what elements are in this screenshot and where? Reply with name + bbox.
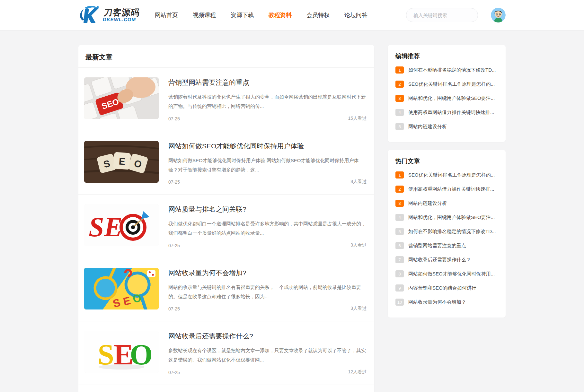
sidebar-article-link[interactable]: 7 网站收录后还需要操作什么？ bbox=[395, 253, 498, 267]
article-thumbnail-seo-letters-icon[interactable]: S E O bbox=[84, 331, 159, 373]
main-nav: 网站首页 视频课程 资源下载 教程资料 会员特权 论坛问答 bbox=[155, 11, 367, 19]
sidebar-article-title: 网站如何做SEO才能够优化同时保持用... bbox=[408, 271, 495, 277]
article-title[interactable]: 营销型网站需要注意的重点 bbox=[168, 78, 367, 87]
user-avatar[interactable] bbox=[491, 8, 506, 22]
rank-badge: 8 bbox=[395, 270, 404, 277]
article-views: 3人看过 bbox=[350, 242, 367, 248]
rank-badge: 10 bbox=[395, 299, 404, 306]
logo-text-cn: 刀客源码 bbox=[103, 8, 140, 17]
article-summary: 网站如何做SEO才能够优化同时保持用户体验 网站如何做SEO才能够优化同时保持用… bbox=[168, 156, 367, 175]
nav-item-tutorials[interactable]: 教程资料 bbox=[269, 11, 292, 19]
sidebar-article-link[interactable]: 5 如何在不影响排名稳定的情况下修改TD... bbox=[395, 224, 498, 239]
logo-text: 刀客源码 DKEWL.COM bbox=[102, 8, 140, 22]
sidebar-article-link[interactable]: 4 网站和优化，围绕用户体验做SEO要注... bbox=[395, 210, 498, 224]
rank-badge: 3 bbox=[395, 200, 404, 207]
nav-item-forum[interactable]: 论坛问答 bbox=[344, 11, 367, 19]
sidebar-article-link[interactable]: 3 网站内链建设分析 bbox=[395, 196, 498, 210]
rank-badge: 3 bbox=[395, 95, 404, 102]
rank-badge: 1 bbox=[395, 66, 404, 74]
sidebar-article-title: 网站和优化，围绕用户体验做SEO要注... bbox=[408, 214, 495, 221]
hot-articles-title: 热门文章 bbox=[395, 157, 498, 165]
article-title[interactable]: 网站如何做SEO才能够优化同时保持用户体验 bbox=[168, 142, 367, 151]
article-thumbnail-magnifier-seo-icon[interactable]: S E O bbox=[84, 268, 159, 309]
article-row[interactable]: S E O 网站收录后还需要操作什么? 多数站长现在有个误区，就是把站内文章一添… bbox=[78, 321, 374, 385]
article-summary: 营销随着时代及科技的变化也产生了很大的变革，而如今网络营销的出现就是互联网时代下… bbox=[168, 92, 367, 111]
article-row[interactable]: SE 网站质量与排名之间关联? 我们做优化都明白一个道理网站排名是受许多地方影响… bbox=[78, 195, 374, 258]
article-thumbnail-wood-dice-icon[interactable]: S E O bbox=[84, 141, 159, 183]
sidebar-article-link[interactable]: 6 营销型网站需要注意的重点 bbox=[395, 239, 498, 253]
article-summary: 多数站长现在有个误区，就是把站内文章一添加，只要文章收录了就认为可以了不管了，其… bbox=[168, 346, 367, 365]
article-summary: 网站的收录量与关键词的排名有着很重要的关系，一个成功的网站，前期的收录是比较重要… bbox=[168, 283, 367, 301]
article-thumbnail-keyboard-seo-icon[interactable]: SEO bbox=[84, 77, 159, 119]
sidebar-article-link[interactable]: 8 网站如何做SEO才能够优化同时保持用... bbox=[395, 267, 498, 281]
sidebar-article-link[interactable]: 1 如何在不影响排名稳定的情况下修改TD... bbox=[395, 63, 498, 77]
sidebar-article-title: 营销型网站需要注意的重点 bbox=[408, 243, 466, 249]
article-date: 07-25 bbox=[168, 243, 180, 248]
latest-articles-header: 最新文章 bbox=[78, 45, 374, 68]
nav-item-download[interactable]: 资源下载 bbox=[231, 11, 254, 19]
article-date: 07-25 bbox=[168, 116, 180, 121]
sidebar-article-title: 网站内链建设分析 bbox=[408, 124, 447, 130]
article-views: 8人看过 bbox=[350, 179, 367, 185]
article-views: 3人看过 bbox=[350, 306, 367, 311]
article-row[interactable]: S E O 网站收录量为何不会增加? 网站的收录量与关键词的排名有着很重要的关系… bbox=[78, 258, 374, 322]
rank-badge: 1 bbox=[395, 171, 404, 179]
article-row[interactable]: S E O bbox=[78, 385, 374, 392]
article-thumbnail-seo-target-icon[interactable]: SE bbox=[84, 204, 159, 246]
rank-badge: 4 bbox=[395, 214, 404, 221]
rank-badge: 5 bbox=[395, 228, 404, 235]
search-input[interactable] bbox=[406, 8, 478, 22]
article-row[interactable]: S E O 网站如何做SEO才能够优化同时保持用户体验 网站如 bbox=[78, 131, 374, 195]
rank-badge: 4 bbox=[395, 109, 404, 116]
sidebar-article-link[interactable]: 10 网站收录量为何不会增加？ bbox=[395, 295, 498, 309]
sidebar-article-title: SEO优化关键词排名工作原理是怎样的... bbox=[408, 81, 495, 87]
sidebar-article-title: SEO优化关键词排名工作原理是怎样的... bbox=[408, 172, 495, 178]
top-navigation-bar: 刀客源码 DKEWL.COM 网站首页 视频课程 资源下载 教程资料 会员特权 … bbox=[0, 0, 584, 30]
logo-k-icon bbox=[78, 4, 101, 26]
rank-badge: 5 bbox=[395, 123, 404, 130]
sidebar: 编辑推荐 1 如何在不影响排名稳定的情况下修改TD... 2 SEO优化关键词排… bbox=[388, 45, 506, 318]
logo-text-en: DKEWL.COM bbox=[102, 17, 139, 22]
rank-badge: 9 bbox=[395, 284, 404, 292]
sidebar-article-link[interactable]: 5 网站内链建设分析 bbox=[395, 119, 498, 134]
article-date: 07-25 bbox=[168, 179, 180, 185]
editor-picks-title: 编辑推荐 bbox=[395, 52, 498, 60]
article-row[interactable]: SEO 营销型网站需要注意的重点 营销随着时代及科技的变化也产生了很大的变 bbox=[78, 68, 374, 131]
section-title: 最新文章 bbox=[85, 53, 367, 62]
sidebar-article-link[interactable]: 4 使用高权重网站借力操作关键词快速排... bbox=[395, 105, 498, 119]
sidebar-article-title: 网站收录量为何不会增加？ bbox=[408, 299, 466, 305]
nav-item-vip[interactable]: 会员特权 bbox=[306, 11, 330, 19]
hot-articles-list: 1 SEO优化关键词排名工作原理是怎样的... 2 使用高权重网站借力操作关键词… bbox=[395, 168, 498, 309]
sidebar-article-link[interactable]: 2 SEO优化关键词排名工作原理是怎样的... bbox=[395, 77, 498, 91]
editor-picks-card: 编辑推荐 1 如何在不影响排名稳定的情况下修改TD... 2 SEO优化关键词排… bbox=[388, 45, 506, 142]
sidebar-article-link[interactable]: 2 使用高权重网站借力操作关键词快速排... bbox=[395, 182, 498, 196]
nav-item-video[interactable]: 视频课程 bbox=[193, 11, 216, 19]
nav-item-home[interactable]: 网站首页 bbox=[155, 11, 178, 19]
sidebar-article-title: 内容营销和SEO的结合如何进行 bbox=[408, 285, 476, 291]
sidebar-article-link[interactable]: 1 SEO优化关键词排名工作原理是怎样的... bbox=[395, 168, 498, 182]
article-views: 15人看过 bbox=[348, 116, 367, 121]
svg-text:SE: SE bbox=[89, 212, 122, 242]
rank-badge: 2 bbox=[395, 186, 404, 193]
article-title[interactable]: 网站质量与排名之间关联? bbox=[168, 205, 367, 214]
sidebar-article-title: 如何在不影响排名稳定的情况下修改TD... bbox=[408, 229, 496, 235]
sidebar-article-link[interactable]: 3 网站和优化，围绕用户体验做SEO要注... bbox=[395, 91, 498, 105]
sidebar-article-link[interactable]: 9 内容营销和SEO的结合如何进行 bbox=[395, 281, 498, 295]
sidebar-article-title: 网站和优化，围绕用户体验做SEO要注... bbox=[408, 95, 495, 101]
hot-articles-card: 热门文章 1 SEO优化关键词排名工作原理是怎样的... 2 使用高权重网站借力… bbox=[388, 150, 506, 318]
rank-badge: 2 bbox=[395, 81, 404, 88]
article-title[interactable]: 网站收录量为何不会增加? bbox=[168, 268, 367, 277]
sidebar-article-title: 网站收录后还需要操作什么？ bbox=[408, 257, 471, 263]
svg-text:O: O bbox=[130, 338, 153, 371]
article-date: 07-25 bbox=[168, 370, 180, 375]
sidebar-article-title: 如何在不影响排名稳定的情况下修改TD... bbox=[408, 67, 496, 73]
article-title[interactable]: 网站收录后还需要操作什么? bbox=[168, 332, 367, 341]
sidebar-article-title: 使用高权重网站借力操作关键词快速排... bbox=[408, 186, 494, 192]
latest-articles-card: 最新文章 SEO bbox=[78, 45, 374, 392]
sidebar-article-title: 网站内链建设分析 bbox=[408, 200, 447, 206]
svg-text:S: S bbox=[98, 338, 114, 371]
rank-badge: 7 bbox=[395, 256, 404, 263]
article-views: 12人看过 bbox=[348, 369, 367, 375]
article-summary: 我们做优化都明白一个道理网站排名是受许多地方影响的，其中网站质量是占很大一成分的… bbox=[168, 219, 367, 238]
site-logo[interactable]: 刀客源码 DKEWL.COM bbox=[78, 4, 139, 26]
